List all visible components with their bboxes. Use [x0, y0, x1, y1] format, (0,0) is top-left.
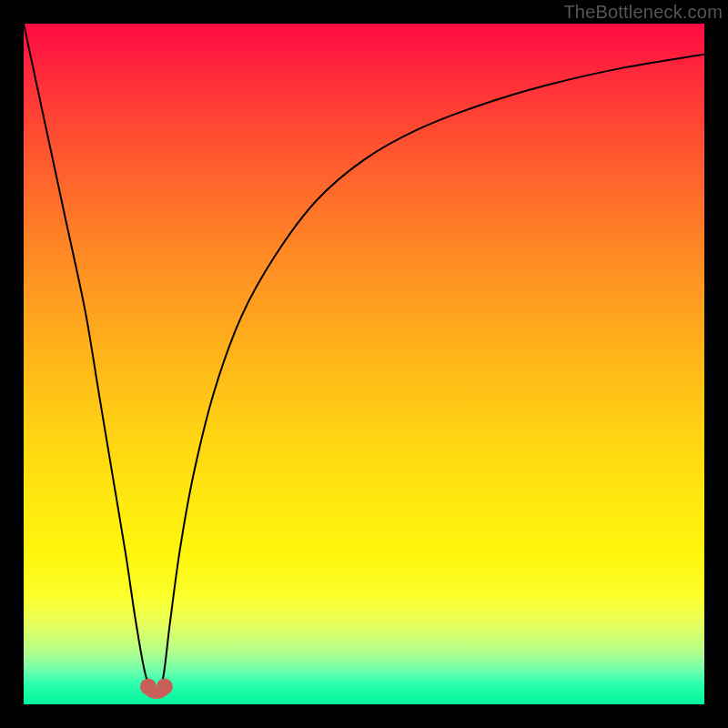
dip-marker-2 [157, 679, 173, 695]
watermark-text: TheBottleneck.com [563, 2, 723, 23]
chart-frame: TheBottleneck.com [0, 0, 728, 728]
bottleneck-curve [24, 24, 704, 691]
plot-area [24, 24, 704, 704]
dip-marker-1 [140, 679, 157, 695]
curve-layer [24, 24, 704, 704]
